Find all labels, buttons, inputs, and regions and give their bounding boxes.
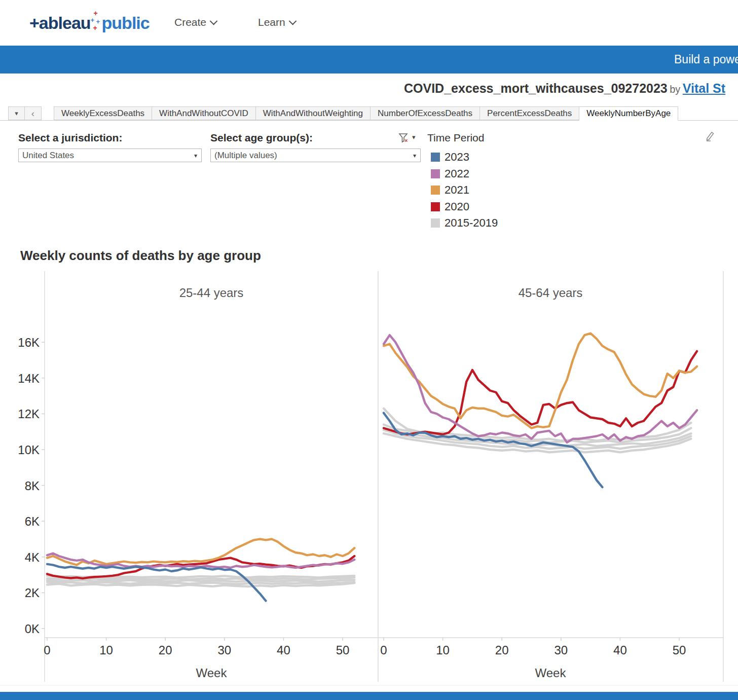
x-axis-label: 20 [159,643,172,657]
x-axis-label: 50 [336,643,350,657]
x-axis-label: 10 [99,643,113,657]
series-line-2015-2019-panel0[interactable] [47,580,354,582]
y-axis-label: 10K [18,443,40,457]
y-axis-label: 14K [18,372,40,385]
y-axis-label: 2K [25,586,40,600]
panel-title: 25-44 years [179,286,244,300]
series-line-2021-panel0[interactable] [47,539,354,565]
y-axis-label: 6K [25,514,40,528]
x-axis-title: Week [196,666,228,680]
y-axis-label: 16K [18,336,40,349]
x-axis-label: 0 [44,643,50,657]
x-axis-label: 50 [673,643,686,657]
x-axis-title: Week [535,666,567,680]
x-axis-label: 30 [217,643,231,657]
y-axis-label: 0K [25,622,40,636]
panel-title: 45-64 years [519,286,583,300]
x-axis-label: 30 [554,643,568,657]
series-line-2020-panel1[interactable] [384,351,697,434]
x-axis-label: 40 [613,643,627,657]
viz-footer-bar [0,692,738,700]
y-axis-label: 4K [25,550,40,564]
weekly-deaths-chart: 0K2K4K6K8K10K12K14K16K25-44 years0102030… [0,0,738,700]
y-axis-label: 12K [18,407,40,421]
x-axis-label: 0 [380,643,387,657]
x-axis-label: 10 [436,643,450,657]
y-axis-label: 8K [25,479,40,493]
x-axis-label: 40 [277,643,290,657]
x-axis-label: 20 [495,643,509,657]
